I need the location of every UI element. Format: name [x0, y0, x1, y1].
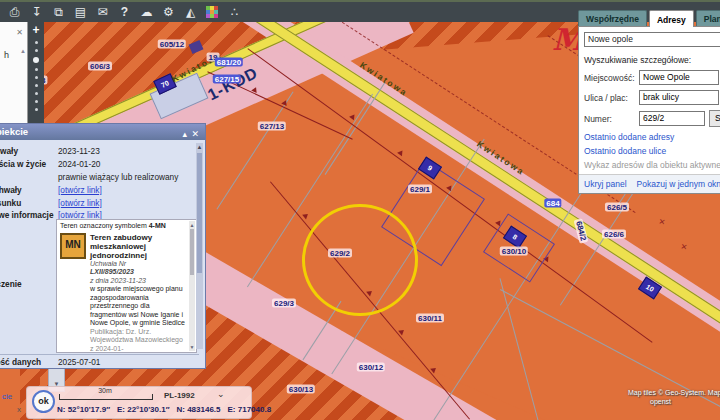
info-row-value: 2024-01-20: [58, 159, 199, 169]
print-icon[interactable]: ⎙: [8, 6, 21, 18]
zoom-level-dot[interactable]: [35, 76, 38, 79]
scroll-up-icon[interactable]: ▲: [20, 48, 26, 54]
help-icon[interactable]: ?: [118, 6, 131, 18]
coord-n: N: 483146.5: [177, 405, 221, 414]
parcel-label: 629/2: [328, 249, 352, 258]
ulica-select[interactable]: brak ulicy: [639, 90, 719, 105]
info-row: prawnie wiążący lub realizowany: [0, 172, 199, 182]
zoom-level-dot[interactable]: [35, 49, 38, 52]
field-row: Ulica / plac: brak ulicy: [584, 90, 720, 105]
scroll-down-icon[interactable]: ▼: [189, 343, 195, 352]
zone-symbol-icon: MN: [60, 233, 86, 259]
coord-e: E: 717040.8: [228, 405, 272, 414]
resolution-number: LXII/895/2023: [90, 268, 186, 277]
field-row: Miejscowość: Nowe Opole: [584, 70, 720, 85]
zoom-level-dot[interactable]: [35, 41, 38, 44]
zoom-slider[interactable]: +: [28, 22, 44, 126]
legend-cell: [214, 14, 218, 18]
zoom-level-dot[interactable]: [35, 100, 38, 103]
zoom-level-current-dot[interactable]: [33, 57, 39, 63]
address-search-input[interactable]: Nowe opole: [584, 32, 720, 47]
tab-adresy[interactable]: Adresy: [649, 10, 694, 27]
close-icon[interactable]: ✕: [191, 126, 199, 142]
tab-wspolrzedne[interactable]: Współrzędne: [578, 10, 647, 26]
info-row-label: Treść uchwały: [0, 185, 58, 195]
download-icon[interactable]: ↧: [30, 6, 43, 18]
legend-grid-icon[interactable]: [206, 6, 219, 18]
search-button[interactable]: Szukaj: [709, 110, 720, 127]
miejscowosc-select[interactable]: Nowe Opole: [639, 70, 719, 85]
field-label: Ulica / plac:: [584, 93, 639, 103]
powerline-mark: ✕: [680, 242, 688, 252]
zoom-level-dot[interactable]: [35, 92, 38, 95]
parcel-label: 630/11: [416, 314, 444, 323]
zone-publication-text: Publikacja: Dz. Urz. Województwa Mazowie…: [90, 328, 186, 354]
address-label: 627/15: [213, 75, 241, 84]
field-label: Numer:: [584, 114, 639, 124]
coord-lon: E: 22°10'30.1″: [117, 405, 170, 414]
scroll-up-icon[interactable]: ▲: [196, 144, 203, 150]
status-bar: ok 30m PL-1992 ⌄ N: 52°10'17.9″ E: 22°10…: [26, 386, 252, 419]
hide-panel-link[interactable]: Ukryj panel: [584, 179, 627, 189]
open-link[interactable]: [otwórz link]: [58, 185, 199, 195]
tab-plany[interactable]: Plany: [696, 10, 720, 26]
zone-description-text: w sprawie miejscowego planu zagospodarow…: [90, 285, 186, 328]
info-row-label: Data uchwały: [0, 146, 58, 156]
measure-icon[interactable]: ◭: [184, 6, 197, 18]
resolution-date: z dnia 2023-11-23: [90, 277, 186, 286]
parcel-label: 630/12: [357, 363, 385, 372]
object-info-title: Informacja o obiekcie: [0, 126, 28, 137]
search-panel-body: Nowe opole Wyszukiwanie szczegółowe: Mie…: [578, 26, 720, 194]
recent-addresses-link[interactable]: Ostatnio dodane adresy: [584, 132, 720, 142]
info-row-value: prawnie wiążący lub realizowany: [58, 172, 199, 182]
address-list-disabled-link: Wykaz adresów dla obiektu aktywnego w: [584, 160, 720, 170]
data-table-icon[interactable]: ▤: [74, 6, 87, 18]
zoom-level-dot[interactable]: [35, 68, 38, 71]
copy-windows-icon[interactable]: ⧉: [52, 6, 65, 18]
parcel-label: 627/13: [258, 122, 286, 131]
cloud-icon[interactable]: ☁: [140, 6, 153, 18]
building-number: 8: [511, 233, 518, 241]
close-icon[interactable]: ✕: [16, 28, 23, 37]
scrollbar-thumb[interactable]: [190, 229, 194, 275]
open-link[interactable]: [otwórz link]: [58, 198, 199, 208]
numer-input[interactable]: 629/2: [639, 111, 705, 126]
info-row: Data wejścia w życie 2024-01-20: [0, 159, 199, 169]
panel-footer-links: Ukryj panel Pokazuj w jednym oknie: [579, 174, 720, 193]
info-row: Data uchwały 2023-11-23: [0, 146, 199, 156]
single-window-link[interactable]: Pokazuj w jednym oknie: [637, 179, 720, 189]
zone-name: Teren zabudowy mieszkaniowej jednorodzin…: [90, 233, 186, 260]
scrollbar-thumb[interactable]: [197, 153, 202, 273]
zone-description-box: Teren oznaczony symbolem 4-MN MN Teren z…: [56, 219, 197, 353]
parcel-label: 626/5: [605, 203, 629, 212]
close-icon[interactable]: x: [17, 405, 21, 414]
parcel-label: 629/3: [272, 299, 296, 308]
zoom-level-dot[interactable]: [35, 108, 38, 111]
ok-button[interactable]: ok: [32, 390, 55, 413]
parcel-label: 630/10: [500, 247, 528, 256]
zoom-level-dot[interactable]: [35, 84, 38, 87]
parcel-label: 606/3: [88, 62, 112, 71]
address-label: 681/20: [215, 58, 243, 67]
zone-row-label: Przeznaczenie: [0, 279, 22, 289]
collapse-icon[interactable]: ▴: [182, 126, 187, 142]
crs-selector[interactable]: PL-1992: [164, 391, 195, 400]
zoom-in-button[interactable]: +: [32, 22, 39, 38]
scale-label: 30m: [59, 387, 151, 394]
zone-box-scrollbar[interactable]: ▲ ▼: [189, 221, 195, 351]
collapsed-side-panel[interactable]: ✕ h ▲: [0, 22, 28, 130]
chat-icon[interactable]: ∴: [228, 6, 241, 18]
object-info-header[interactable]: Informacja o obiekcie ▴ ✕: [0, 124, 205, 140]
info-row-label: Aktualność danych: [0, 357, 58, 367]
zone-symbol: 4-MN: [149, 222, 166, 229]
info-row-label: [0, 172, 58, 182]
chevron-down-icon[interactable]: ⌄: [217, 389, 225, 399]
info-row-label: Treść rysunku: [0, 198, 58, 208]
parcel-label: 626/6: [602, 230, 626, 239]
detail-search-heading: Wyszukiwanie szczegółowe:: [584, 55, 720, 65]
parcel-label: 605/12: [158, 40, 186, 49]
message-icon[interactable]: ✉: [96, 6, 109, 18]
info-panel-scrollbar[interactable]: ▲: [196, 143, 203, 349]
recent-streets-link[interactable]: Ostatnio dodane ulice: [584, 146, 720, 156]
settings-icon[interactable]: ⚙: [162, 6, 175, 18]
